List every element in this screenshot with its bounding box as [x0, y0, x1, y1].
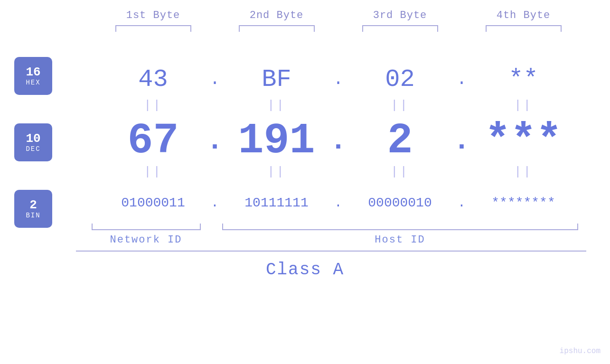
bin-row: 01000011 . 10111111 . 00000010 . *******…: [0, 184, 610, 222]
sep-2-2: ||: [229, 165, 324, 179]
dec-val-3: 2: [353, 117, 448, 165]
sep-1-1: ||: [106, 98, 201, 112]
byte-label-3: 3rd Byte: [373, 9, 427, 21]
bin-dot-1: .: [201, 196, 229, 210]
dec-val-2: 191: [229, 117, 324, 165]
bracket-top-2: [239, 25, 315, 32]
host-bracket-bottom: [222, 224, 578, 230]
sep-row-1: || || || ||: [0, 98, 610, 112]
watermark: ipshu.com: [560, 347, 601, 355]
bin-val-2: 10111111: [229, 196, 324, 210]
sep-1-4: ||: [476, 98, 571, 112]
dec-dot-1: .: [201, 125, 229, 157]
hex-val-1: 43: [106, 65, 201, 93]
byte-col-4: 4th Byte: [476, 9, 571, 32]
bin-val-1: 01000011: [106, 196, 201, 210]
sep-1-3: ||: [353, 98, 448, 112]
dec-dot-3: .: [448, 125, 476, 157]
hex-dot-1: .: [201, 70, 229, 89]
byte-label-2: 2nd Byte: [250, 9, 304, 21]
hex-dot-3: .: [448, 70, 476, 89]
sep-2-4: ||: [476, 165, 571, 179]
byte-col-3: 3rd Byte: [353, 9, 448, 32]
dec-dot-2: .: [324, 125, 353, 157]
dec-val-4: ***: [476, 117, 571, 165]
byte-label-1: 1st Byte: [126, 9, 180, 21]
class-label: Class A: [266, 260, 344, 280]
host-id-section: Host ID: [215, 224, 585, 246]
class-line: [76, 251, 586, 252]
sep-2-1: ||: [106, 165, 201, 179]
byte-col-1: 1st Byte: [106, 9, 201, 32]
bracket-top-3: [362, 25, 438, 32]
hex-row: 43 . BF . 02 . **: [0, 60, 610, 98]
dec-val-1: 67: [106, 117, 201, 165]
network-id-section: Network ID: [92, 224, 201, 246]
main-container: 1st Byte 2nd Byte 3rd Byte 4th Byte 16 H…: [0, 0, 610, 364]
byte-col-2: 2nd Byte: [229, 9, 324, 32]
bin-val-3: 00000010: [353, 196, 448, 210]
id-brackets-row: Network ID Host ID: [25, 224, 585, 246]
dec-row: 67 . 191 . 2 . ***: [0, 117, 610, 165]
class-section: Class A: [0, 255, 610, 280]
hex-val-3: 02: [353, 65, 448, 93]
bin-dot-3: .: [448, 196, 476, 210]
bracket-top-4: [486, 25, 562, 32]
sep-2-3: ||: [353, 165, 448, 179]
bin-dot-2: .: [324, 196, 353, 210]
bin-val-4: ********: [476, 196, 571, 210]
byte-headers: 1st Byte 2nd Byte 3rd Byte 4th Byte: [0, 0, 610, 32]
hex-dot-2: .: [324, 70, 353, 89]
sep-1-2: ||: [229, 98, 324, 112]
sep-row-2: || || || ||: [0, 165, 610, 179]
bracket-top-1: [115, 25, 191, 32]
byte-label-4: 4th Byte: [497, 9, 551, 21]
hex-val-4: **: [476, 65, 571, 93]
hex-val-2: BF: [229, 65, 324, 93]
network-id-label: Network ID: [110, 234, 182, 246]
host-id-label: Host ID: [375, 234, 425, 246]
network-bracket-bottom: [92, 224, 201, 230]
